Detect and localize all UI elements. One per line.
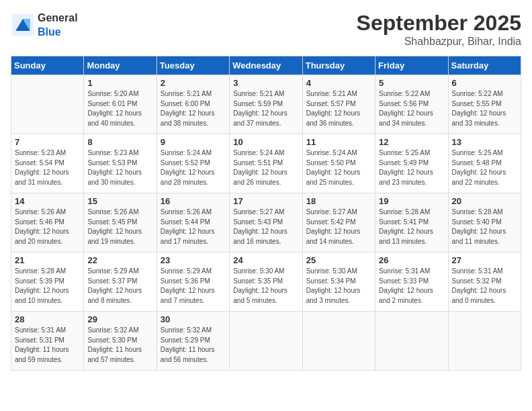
day-number: 19 bbox=[379, 196, 444, 206]
calendar-cell: 19Sunrise: 5:28 AMSunset: 5:41 PMDayligh… bbox=[375, 193, 448, 253]
logo-general-text: General bbox=[38, 12, 78, 24]
day-number: 9 bbox=[161, 137, 226, 147]
calendar-cell: 22Sunrise: 5:29 AMSunset: 5:37 PMDayligh… bbox=[84, 253, 157, 312]
calendar-cell: 17Sunrise: 5:27 AMSunset: 5:43 PMDayligh… bbox=[230, 193, 302, 253]
day-info: Sunrise: 5:28 AMSunset: 5:39 PMDaylight:… bbox=[15, 267, 80, 306]
calendar-cell: 16Sunrise: 5:26 AMSunset: 5:44 PMDayligh… bbox=[157, 193, 229, 253]
calendar-cell bbox=[375, 312, 448, 371]
day-header-tuesday: Tuesday bbox=[157, 56, 229, 75]
logo-blue-text: Blue bbox=[38, 26, 61, 38]
day-number: 26 bbox=[379, 255, 444, 265]
calendar-cell: 26Sunrise: 5:31 AMSunset: 5:33 PMDayligh… bbox=[375, 253, 448, 312]
calendar-week-row: 21Sunrise: 5:28 AMSunset: 5:39 PMDayligh… bbox=[11, 253, 521, 312]
day-number: 8 bbox=[87, 137, 152, 147]
day-info: Sunrise: 5:32 AMSunset: 5:29 PMDaylight:… bbox=[161, 326, 226, 365]
calendar-cell: 18Sunrise: 5:27 AMSunset: 5:42 PMDayligh… bbox=[302, 193, 375, 253]
day-info: Sunrise: 5:29 AMSunset: 5:36 PMDaylight:… bbox=[161, 267, 226, 306]
calendar-cell: 4Sunrise: 5:21 AMSunset: 5:57 PMDaylight… bbox=[302, 75, 375, 134]
calendar-cell: 24Sunrise: 5:30 AMSunset: 5:35 PMDayligh… bbox=[230, 253, 302, 312]
calendar-cell: 3Sunrise: 5:21 AMSunset: 5:59 PMDaylight… bbox=[230, 75, 302, 134]
calendar-cell: 11Sunrise: 5:24 AMSunset: 5:50 PMDayligh… bbox=[302, 134, 375, 193]
day-info: Sunrise: 5:26 AMSunset: 5:46 PMDaylight:… bbox=[15, 208, 80, 246]
calendar-header-row: SundayMondayTuesdayWednesdayThursdayFrid… bbox=[11, 56, 521, 75]
day-info: Sunrise: 5:27 AMSunset: 5:42 PMDaylight:… bbox=[306, 208, 371, 246]
day-info: Sunrise: 5:25 AMSunset: 5:49 PMDaylight:… bbox=[379, 148, 444, 187]
calendar-cell: 20Sunrise: 5:28 AMSunset: 5:40 PMDayligh… bbox=[448, 193, 521, 253]
logo: General Blue bbox=[11, 11, 78, 39]
day-info: Sunrise: 5:20 AMSunset: 6:01 PMDaylight:… bbox=[87, 89, 152, 128]
calendar-cell bbox=[11, 75, 84, 134]
day-number: 20 bbox=[452, 196, 517, 206]
day-number: 15 bbox=[87, 196, 152, 206]
calendar-cell: 25Sunrise: 5:30 AMSunset: 5:34 PMDayligh… bbox=[302, 253, 375, 312]
day-header-monday: Monday bbox=[84, 56, 157, 75]
day-header-thursday: Thursday bbox=[302, 56, 375, 75]
day-info: Sunrise: 5:23 AMSunset: 5:53 PMDaylight:… bbox=[87, 148, 152, 187]
day-number: 5 bbox=[379, 78, 444, 88]
calendar-cell bbox=[230, 312, 302, 371]
day-number: 13 bbox=[452, 137, 517, 147]
day-number: 6 bbox=[452, 78, 517, 88]
day-info: Sunrise: 5:21 AMSunset: 5:59 PMDaylight:… bbox=[233, 89, 298, 128]
calendar-cell: 21Sunrise: 5:28 AMSunset: 5:39 PMDayligh… bbox=[11, 253, 84, 312]
day-header-saturday: Saturday bbox=[448, 56, 521, 75]
title-area: September 2025 Shahbazpur, Bihar, India bbox=[357, 11, 521, 48]
day-info: Sunrise: 5:31 AMSunset: 5:31 PMDaylight:… bbox=[15, 326, 80, 365]
day-number: 16 bbox=[161, 196, 226, 206]
calendar-cell: 12Sunrise: 5:25 AMSunset: 5:49 PMDayligh… bbox=[375, 134, 448, 193]
calendar-cell: 8Sunrise: 5:23 AMSunset: 5:53 PMDaylight… bbox=[84, 134, 157, 193]
day-number: 17 bbox=[233, 196, 298, 206]
calendar-week-row: 28Sunrise: 5:31 AMSunset: 5:31 PMDayligh… bbox=[11, 312, 521, 371]
calendar-cell: 13Sunrise: 5:25 AMSunset: 5:48 PMDayligh… bbox=[448, 134, 521, 193]
calendar-cell: 2Sunrise: 5:21 AMSunset: 6:00 PMDaylight… bbox=[157, 75, 229, 134]
calendar-cell: 7Sunrise: 5:23 AMSunset: 5:54 PMDaylight… bbox=[11, 134, 84, 193]
day-info: Sunrise: 5:26 AMSunset: 5:44 PMDaylight:… bbox=[161, 208, 226, 246]
day-number: 22 bbox=[87, 255, 152, 265]
calendar-cell: 10Sunrise: 5:24 AMSunset: 5:51 PMDayligh… bbox=[230, 134, 302, 193]
day-info: Sunrise: 5:27 AMSunset: 5:43 PMDaylight:… bbox=[233, 208, 298, 246]
day-number: 7 bbox=[15, 137, 80, 147]
day-header-sunday: Sunday bbox=[11, 56, 84, 75]
day-info: Sunrise: 5:31 AMSunset: 5:32 PMDaylight:… bbox=[452, 267, 517, 306]
day-number: 11 bbox=[306, 137, 371, 147]
calendar-cell: 30Sunrise: 5:32 AMSunset: 5:29 PMDayligh… bbox=[157, 312, 229, 371]
page-header: General Blue September 2025 Shahbazpur, … bbox=[11, 11, 521, 48]
day-number: 25 bbox=[306, 255, 371, 265]
calendar-table: SundayMondayTuesdayWednesdayThursdayFrid… bbox=[11, 56, 521, 371]
calendar-cell: 28Sunrise: 5:31 AMSunset: 5:31 PMDayligh… bbox=[11, 312, 84, 371]
day-info: Sunrise: 5:30 AMSunset: 5:35 PMDaylight:… bbox=[233, 267, 298, 306]
calendar-week-row: 1Sunrise: 5:20 AMSunset: 6:01 PMDaylight… bbox=[11, 75, 521, 134]
calendar-cell: 29Sunrise: 5:32 AMSunset: 5:30 PMDayligh… bbox=[84, 312, 157, 371]
calendar-cell: 9Sunrise: 5:24 AMSunset: 5:52 PMDaylight… bbox=[157, 134, 229, 193]
day-info: Sunrise: 5:29 AMSunset: 5:37 PMDaylight:… bbox=[87, 267, 152, 306]
calendar-cell: 1Sunrise: 5:20 AMSunset: 6:01 PMDaylight… bbox=[84, 75, 157, 134]
day-number: 28 bbox=[15, 314, 80, 324]
day-info: Sunrise: 5:24 AMSunset: 5:50 PMDaylight:… bbox=[306, 148, 371, 187]
day-info: Sunrise: 5:21 AMSunset: 6:00 PMDaylight:… bbox=[161, 89, 226, 128]
day-number: 10 bbox=[233, 137, 298, 147]
day-info: Sunrise: 5:26 AMSunset: 5:45 PMDaylight:… bbox=[87, 208, 152, 246]
calendar-week-row: 14Sunrise: 5:26 AMSunset: 5:46 PMDayligh… bbox=[11, 193, 521, 253]
day-number: 21 bbox=[15, 255, 80, 265]
day-info: Sunrise: 5:30 AMSunset: 5:34 PMDaylight:… bbox=[306, 267, 371, 306]
day-info: Sunrise: 5:25 AMSunset: 5:48 PMDaylight:… bbox=[452, 148, 517, 187]
calendar-cell: 14Sunrise: 5:26 AMSunset: 5:46 PMDayligh… bbox=[11, 193, 84, 253]
calendar-cell: 6Sunrise: 5:22 AMSunset: 5:55 PMDaylight… bbox=[448, 75, 521, 134]
calendar-cell: 5Sunrise: 5:22 AMSunset: 5:56 PMDaylight… bbox=[375, 75, 448, 134]
day-number: 30 bbox=[161, 314, 226, 324]
day-header-friday: Friday bbox=[375, 56, 448, 75]
day-header-wednesday: Wednesday bbox=[230, 56, 302, 75]
day-number: 2 bbox=[161, 78, 226, 88]
day-number: 27 bbox=[452, 255, 517, 265]
calendar-week-row: 7Sunrise: 5:23 AMSunset: 5:54 PMDaylight… bbox=[11, 134, 521, 193]
calendar-cell bbox=[302, 312, 375, 371]
day-info: Sunrise: 5:24 AMSunset: 5:51 PMDaylight:… bbox=[233, 148, 298, 187]
day-number: 14 bbox=[15, 196, 80, 206]
day-info: Sunrise: 5:22 AMSunset: 5:55 PMDaylight:… bbox=[452, 89, 517, 128]
day-number: 18 bbox=[306, 196, 371, 206]
calendar-cell bbox=[448, 312, 521, 371]
calendar-cell: 15Sunrise: 5:26 AMSunset: 5:45 PMDayligh… bbox=[84, 193, 157, 253]
day-number: 1 bbox=[87, 78, 152, 88]
day-number: 3 bbox=[233, 78, 298, 88]
day-number: 23 bbox=[161, 255, 226, 265]
